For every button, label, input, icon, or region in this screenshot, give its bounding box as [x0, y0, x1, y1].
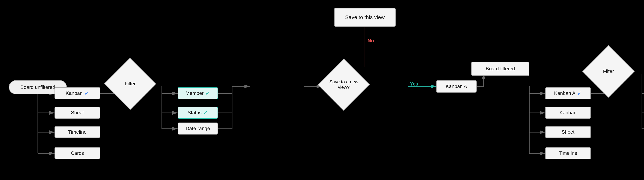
view-sheet-right: Sheet: [545, 126, 591, 138]
filter-member-left: Member ✓: [178, 87, 218, 99]
view-timeline-left: Timeline: [54, 126, 100, 138]
filter2-diamond-wrapper: Filter: [589, 52, 628, 91]
view-kanban-right: Kanban: [545, 107, 591, 119]
view-sheet-left: Sheet: [54, 107, 100, 119]
kanban-a-new-node: Kanban A: [436, 80, 476, 93]
diagram: Board unfiltered Kanban ✓ Sheet Timeline…: [0, 0, 644, 180]
save-new-view-diamond-wrapper: Save to a new view?: [322, 63, 366, 107]
filter1-diamond-wrapper: Filter: [111, 64, 150, 103]
save-this-view-top: Save to this view: [334, 8, 396, 27]
save-new-view-label: Save to a new view?: [324, 79, 363, 90]
view-kanban-left: Kanban ✓: [54, 87, 100, 99]
no-label: No: [368, 38, 374, 44]
board-unfiltered-label: Board unfiltered: [20, 84, 55, 90]
kanban-a-check-blue: ✓: [577, 90, 582, 97]
member-check-teal: ✓: [206, 90, 210, 97]
kanban-check-blue: ✓: [84, 90, 89, 97]
view-cards-left: Cards: [54, 147, 100, 159]
board-filtered-node: Board filtered: [471, 62, 529, 76]
filter2-label: Filter: [591, 69, 626, 74]
status-check-teal: ✓: [203, 109, 208, 116]
yes-label: Yes: [410, 81, 418, 87]
view-kanban-a-right: Kanban A ✓: [545, 87, 591, 99]
filter-status-left: Status ✓: [178, 107, 218, 119]
view-timeline-right: Timeline: [545, 147, 591, 159]
filter-daterange-left: Date range: [178, 123, 218, 135]
filter1-label: Filter: [112, 81, 148, 86]
